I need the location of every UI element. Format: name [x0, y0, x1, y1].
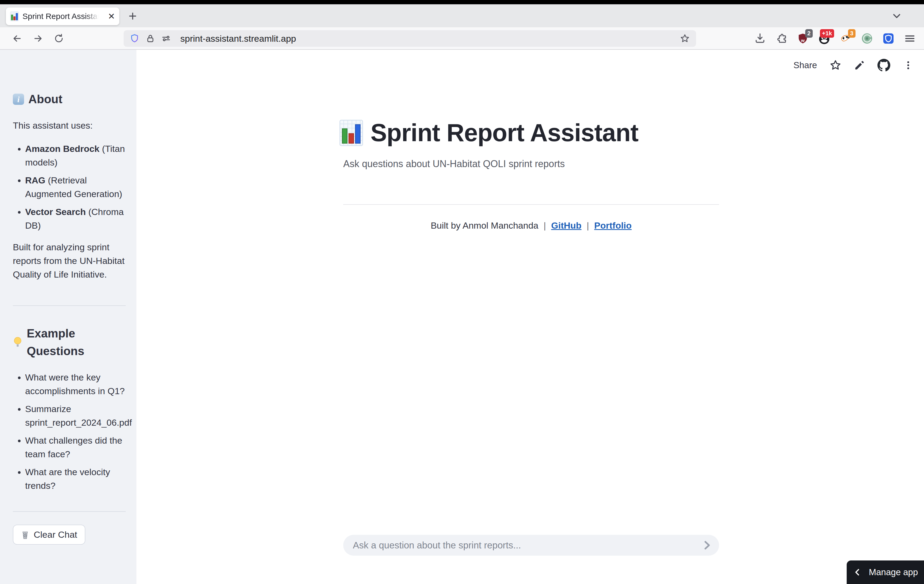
list-item: What are the velocity trends?	[25, 465, 126, 493]
tab-overflow-chevron-down-icon[interactable]	[891, 10, 903, 22]
example-question: Summarize sprint_report_2024_06.pdf	[25, 404, 132, 428]
extension-badge: 3	[848, 29, 856, 38]
tab-favicon-bar-chart-icon	[10, 12, 19, 21]
sidebar: i About This assistant uses: Amazon Bedr…	[0, 50, 137, 584]
tab-close-icon[interactable]: ✕	[108, 12, 115, 21]
app-header-actions: Share	[794, 59, 914, 72]
sidebar-divider	[13, 305, 126, 306]
lightbulb-icon	[13, 336, 23, 349]
forward-button[interactable]	[33, 33, 43, 44]
list-item: Summarize sprint_report_2024_06.pdf	[25, 402, 126, 429]
clear-chat-button[interactable]: Clear Chat	[13, 525, 85, 545]
extensions-puzzle-icon[interactable]	[775, 32, 787, 44]
window-top-strip	[0, 0, 924, 4]
permissions-sliders-icon[interactable]	[161, 33, 171, 44]
send-chevron-icon[interactable]	[701, 540, 713, 551]
about-heading-label: About	[28, 90, 62, 108]
share-button[interactable]: Share	[794, 60, 817, 70]
footer-credit: Built by Anmol Manchanda | GitHub | Port…	[343, 220, 719, 231]
kebab-menu-icon[interactable]	[903, 60, 914, 71]
main-area: Share	[137, 50, 924, 584]
content-column: Sprint Report Assistant Ask questions ab…	[343, 50, 719, 584]
url-bar[interactable]: sprint-assistant.streamlit.app	[124, 30, 696, 47]
download-icon[interactable]	[754, 32, 766, 44]
chevron-left-icon	[853, 568, 862, 577]
password-shield-extension-icon[interactable]	[882, 32, 894, 44]
edit-pencil-icon[interactable]	[854, 60, 865, 71]
hamburger-menu-icon[interactable]	[904, 32, 916, 44]
tracking-shield-icon[interactable]	[129, 33, 140, 44]
tab-title: Sprint Report Assistant · Stream	[23, 12, 100, 21]
green-circle-extension-icon[interactable]	[861, 32, 873, 44]
manage-app-button[interactable]: Manage app	[847, 561, 924, 584]
about-intro: This assistant uses:	[13, 119, 126, 132]
back-button[interactable]	[12, 33, 23, 44]
page-subtitle: Ask questions about UN-Habitat QOLI spri…	[343, 158, 565, 169]
example-question: What were the key accomplishments in Q1?	[25, 372, 125, 396]
examples-heading: Example Questions	[13, 325, 126, 360]
sidebar-divider	[13, 511, 126, 512]
list-item: What challenges did the team face?	[25, 434, 126, 461]
new-tab-button[interactable]: +	[125, 8, 141, 24]
screen: Sprint Report Assistant · Stream ✕ +	[0, 0, 924, 584]
reload-button[interactable]	[53, 33, 64, 44]
about-list: Amazon Bedrock (Titan models) RAG (Retri…	[13, 142, 126, 232]
page-title-row: Sprint Report Assistant	[340, 119, 638, 147]
content-blocker-extension-icon[interactable]: +1k	[818, 32, 830, 44]
extension-badge: 2	[805, 29, 813, 38]
example-question: What challenges did the team face?	[25, 435, 122, 459]
svg-text:w: w	[801, 38, 805, 43]
favorite-star-icon[interactable]	[829, 59, 842, 71]
toolbar-extension-row: w 2 +1k 3	[754, 27, 924, 50]
list-item: RAG (Retrieval Augmented Generation)	[25, 174, 126, 201]
browser-tab-bar: Sprint Report Assistant · Stream ✕ +	[0, 4, 924, 27]
chat-input[interactable]	[353, 540, 701, 551]
privacy-badger-extension-icon[interactable]: 3	[840, 32, 852, 44]
portfolio-link[interactable]: Portfolio	[594, 220, 632, 230]
item-bold: RAG	[25, 175, 46, 185]
list-item: Amazon Bedrock (Titan models)	[25, 142, 126, 169]
item-bold: Vector Search	[25, 207, 86, 217]
item-bold: Amazon Bedrock	[25, 143, 99, 154]
built-by-text: Built by Anmol Manchanda	[431, 220, 538, 230]
clear-chat-label: Clear Chat	[34, 530, 77, 540]
browser-tab[interactable]: Sprint Report Assistant · Stream ✕	[6, 8, 119, 25]
about-note: Built for analyzing sprint reports from …	[13, 240, 126, 281]
browser-toolbar: sprint-assistant.streamlit.app w 2 +1k	[0, 27, 924, 50]
chat-input-container	[343, 535, 719, 556]
separator: |	[541, 220, 549, 230]
github-link[interactable]: GitHub	[551, 220, 581, 230]
url-text: sprint-assistant.streamlit.app	[180, 33, 673, 44]
examples-list: What were the key accomplishments in Q1?…	[13, 371, 126, 493]
manage-app-label: Manage app	[869, 567, 918, 577]
bookmark-star-icon[interactable]	[680, 33, 690, 44]
extension-badge: +1k	[820, 29, 834, 38]
lock-icon[interactable]	[145, 34, 155, 43]
github-octocat-icon[interactable]	[878, 59, 890, 72]
bar-chart-icon	[340, 120, 363, 146]
about-heading: i About	[13, 90, 126, 108]
list-item: Vector Search (Chroma DB)	[25, 205, 126, 232]
example-question: What are the velocity trends?	[25, 467, 110, 491]
wastebasket-icon	[21, 530, 30, 540]
examples-heading-label: Example Questions	[27, 325, 126, 360]
separator: |	[584, 220, 592, 230]
info-icon: i	[13, 94, 24, 105]
streamlit-app: i About This assistant uses: Amazon Bedr…	[0, 50, 924, 584]
list-item: What were the key accomplishments in Q1?	[25, 371, 126, 398]
maroon-shield-extension-icon[interactable]: w 2	[797, 32, 809, 44]
page-title: Sprint Report Assistant	[371, 119, 638, 147]
main-divider	[343, 204, 719, 205]
